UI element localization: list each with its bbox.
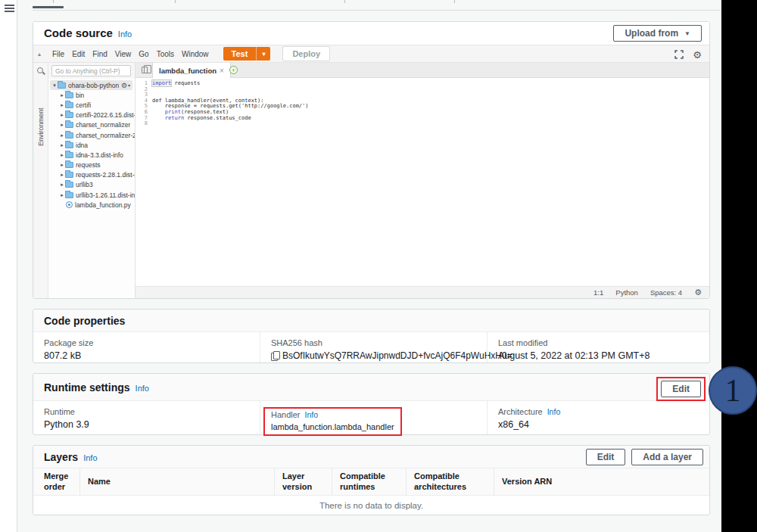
runtime-label: Runtime bbox=[44, 407, 252, 416]
hamburger-menu-icon[interactable] bbox=[5, 5, 14, 13]
caret-down-icon: ▼ bbox=[684, 30, 690, 37]
line-number: 7 bbox=[136, 116, 152, 122]
tree-collapsed-icon[interactable]: ▸ bbox=[59, 162, 65, 168]
tree-item-label: idna-3.3.dist-info bbox=[76, 151, 123, 159]
screenshot-black-edge bbox=[721, 0, 757, 532]
tree-collapsed-icon[interactable]: ▸ bbox=[59, 192, 65, 198]
editor-tab-label: lambda_function bbox=[159, 67, 217, 75]
tree-item-label: requests bbox=[76, 161, 101, 169]
tab-list-icon[interactable] bbox=[142, 67, 148, 73]
tree-item-label: lambda_function.py bbox=[75, 201, 131, 209]
handler-annotation-box: Handler Info lambda_function.lambda_hand… bbox=[263, 407, 402, 436]
tree-item-label: certifi-2022.6.15.dist-ir bbox=[76, 111, 135, 119]
menu-item-file[interactable]: File bbox=[51, 48, 65, 60]
tree-folder-certifi[interactable]: ▸certifi bbox=[48, 100, 135, 110]
editor-settings-gear-icon[interactable]: ⚙ bbox=[693, 50, 702, 60]
tree-collapsed-icon[interactable]: ▸ bbox=[59, 152, 65, 158]
tree-folder-certifi-2022.6.15.dist-ir[interactable]: ▸certifi-2022.6.15.dist-ir bbox=[48, 110, 135, 120]
edit-button-annotation-box: Edit bbox=[656, 377, 706, 401]
upload-from-button[interactable]: Upload from ▼ bbox=[613, 25, 702, 42]
tree-folder-bin[interactable]: ▸bin bbox=[48, 90, 135, 100]
tree-collapsed-icon[interactable]: ▸ bbox=[59, 92, 65, 98]
tree-root-folder[interactable]: ▾ohara-bob-python⚙▾ bbox=[50, 80, 132, 90]
code-properties-title: Code properties bbox=[44, 315, 125, 327]
goto-anything-input[interactable] bbox=[51, 65, 131, 76]
tree-collapsed-icon[interactable]: ▸ bbox=[59, 122, 65, 128]
tree-collapsed-icon[interactable]: ▸ bbox=[59, 132, 65, 138]
runtime-edit-button[interactable]: Edit bbox=[661, 381, 701, 397]
tree-item-label: requests-2.28.1.dist-inf bbox=[76, 171, 135, 179]
test-split-button: Test ▾ bbox=[223, 47, 271, 61]
menu-item-find[interactable]: Find bbox=[92, 48, 107, 60]
statusbar-gear-icon[interactable]: ⚙ bbox=[694, 288, 702, 297]
tree-file-lambda-function[interactable]: lambda_function.py bbox=[48, 200, 135, 210]
layers-edit-button[interactable]: Edit bbox=[586, 449, 626, 465]
tree-gear-icon[interactable]: ⚙▾ bbox=[121, 82, 132, 89]
folder-icon bbox=[65, 152, 73, 158]
layers-empty-state: There is no data to display. bbox=[33, 496, 709, 515]
tree-collapsed-icon[interactable]: ▸ bbox=[59, 142, 65, 148]
folder-icon bbox=[65, 192, 73, 198]
tree-folder-idna[interactable]: ▸idna bbox=[48, 140, 135, 150]
tree-folder-charset_normalizer-2.1[interactable]: ▸charset_normalizer-2.1 bbox=[48, 130, 135, 140]
close-tab-icon[interactable]: × bbox=[220, 67, 224, 75]
folder-icon bbox=[65, 142, 73, 148]
runtime-settings-info-link[interactable]: Info bbox=[136, 384, 149, 393]
language-mode[interactable]: Python bbox=[615, 288, 638, 297]
editor-status-bar: 1:1 Python Spaces: 4 ⚙ bbox=[136, 286, 709, 298]
tree-folder-charset_normalizer[interactable]: ▸charset_normalizer bbox=[48, 120, 135, 130]
top-tab-separator bbox=[175, 0, 176, 3]
layers-table-header: Merge orderNameLayer versionCompatible r… bbox=[33, 468, 709, 496]
fullscreen-icon[interactable] bbox=[674, 50, 684, 59]
copy-icon[interactable] bbox=[271, 351, 279, 360]
tree-collapsed-icon[interactable]: ▸ bbox=[59, 102, 65, 108]
architecture-info-link[interactable]: Info bbox=[547, 407, 561, 416]
test-dropdown-button[interactable]: ▾ bbox=[256, 47, 270, 61]
architecture-label: Architecture Info bbox=[498, 407, 702, 416]
package-size-label: Package size bbox=[44, 338, 252, 347]
tree-folder-requests[interactable]: ▸requests bbox=[48, 160, 135, 170]
editor-tab-lambda-function[interactable]: lambda_function × bbox=[152, 63, 231, 78]
file-tree-panel: ▾ohara-bob-python⚙▾▸bin▸certifi▸certifi-… bbox=[48, 63, 136, 298]
tree-folder-urllib3[interactable]: ▸urllib3 bbox=[48, 180, 135, 190]
tree-item-label: idna bbox=[76, 142, 88, 149]
handler-info-link[interactable]: Info bbox=[305, 410, 319, 419]
folder-icon bbox=[58, 82, 66, 89]
code-text: return response.status_code bbox=[152, 116, 251, 122]
line-number: 3 bbox=[136, 92, 152, 98]
add-layer-button[interactable]: Add a layer bbox=[631, 449, 703, 465]
step-number: 1 bbox=[725, 372, 741, 409]
menu-item-tools[interactable]: Tools bbox=[156, 48, 175, 60]
menu-item-window[interactable]: Window bbox=[181, 48, 210, 60]
upload-from-label: Upload from bbox=[625, 28, 678, 39]
code-text: import requests bbox=[152, 81, 200, 87]
tree-collapsed-icon[interactable]: ▸ bbox=[59, 172, 65, 178]
environment-tab[interactable]: Environment bbox=[33, 93, 48, 161]
tree-collapsed-icon[interactable]: ▸ bbox=[59, 112, 65, 118]
menu-item-edit[interactable]: Edit bbox=[71, 48, 86, 60]
menu-item-view[interactable]: View bbox=[114, 48, 132, 60]
code-line: 2 bbox=[136, 87, 709, 93]
menu-item-go[interactable]: Go bbox=[138, 48, 149, 60]
goto-anything-row bbox=[48, 63, 135, 79]
code-source-info-link[interactable]: Info bbox=[118, 30, 132, 39]
collapse-panel-icon[interactable]: ▴ bbox=[38, 51, 45, 58]
tree-expanded-icon[interactable]: ▾ bbox=[51, 82, 58, 89]
tree-collapsed-icon[interactable]: ▸ bbox=[59, 182, 65, 188]
layers-info-link[interactable]: Info bbox=[83, 453, 97, 462]
new-tab-plus-icon[interactable]: + bbox=[229, 66, 238, 74]
deploy-button[interactable]: Deploy bbox=[282, 46, 330, 61]
cursor-position[interactable]: 1:1 bbox=[593, 288, 603, 297]
line-number: 5 bbox=[136, 104, 152, 110]
handler-label-text: Handler bbox=[271, 410, 301, 419]
editor-menubar-items: FileEditFindViewGoToolsWindow bbox=[51, 48, 210, 60]
tree-folder-idna-3.3.dist-info[interactable]: ▸idna-3.3.dist-info bbox=[48, 150, 135, 160]
tree-folder-urllib3-1.26.11.dist-infc[interactable]: ▸urllib3-1.26.11.dist-infc bbox=[48, 190, 135, 200]
tree-item-label: charset_normalizer bbox=[76, 121, 130, 129]
tree-folder-requests-2.28.1.dist-inf[interactable]: ▸requests-2.28.1.dist-inf bbox=[48, 170, 135, 180]
code-editor-content[interactable]: 1import requests234def lambda_handler(ev… bbox=[136, 78, 709, 286]
tab-bar-rule bbox=[33, 10, 721, 11]
python-file-icon bbox=[66, 201, 73, 208]
test-button[interactable]: Test bbox=[223, 47, 257, 61]
spaces-setting[interactable]: Spaces: 4 bbox=[650, 288, 682, 297]
